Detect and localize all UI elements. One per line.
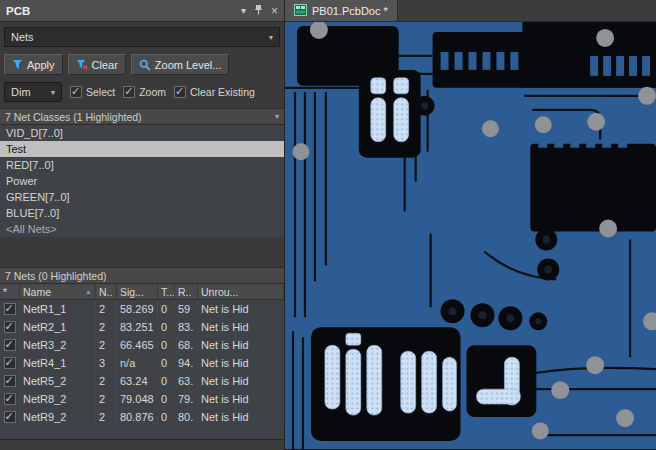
check-icon: ✓ bbox=[5, 392, 14, 404]
net-class-item[interactable]: BLUE[7..0] bbox=[0, 205, 284, 221]
column-header-name[interactable]: Name ▲ bbox=[20, 284, 96, 299]
table-row[interactable]: ✓ NetR8_2 2 79.048 0 79. Net is Hid bbox=[0, 390, 284, 408]
net-checkbox[interactable]: ✓ bbox=[4, 411, 16, 423]
net-nodes: 2 bbox=[96, 300, 117, 318]
column-header-routed[interactable]: R.. bbox=[175, 284, 198, 299]
table-row[interactable]: ✓ NetR5_2 2 63.24 0 63. Net is Hid bbox=[0, 372, 284, 390]
table-row[interactable]: ✓ NetR2_1 2 83.251 0 83. Net is Hid bbox=[0, 318, 284, 336]
chevron-down-icon: ▾ bbox=[45, 88, 55, 97]
net-routed: 59 bbox=[175, 300, 198, 318]
select-checkbox-label: Select bbox=[86, 86, 115, 98]
table-fill bbox=[0, 426, 284, 440]
clear-existing-checkbox-group[interactable]: ✓ Clear Existing bbox=[174, 86, 255, 98]
net-signal: n/a bbox=[117, 354, 158, 372]
net-routed: 63. bbox=[175, 372, 198, 390]
apply-button[interactable]: Apply bbox=[4, 54, 63, 75]
net-t: 0 bbox=[158, 390, 175, 408]
net-t: 0 bbox=[158, 354, 175, 372]
net-checkbox[interactable]: ✓ bbox=[4, 321, 16, 333]
net-unrouted: Net is Hid bbox=[198, 408, 284, 426]
table-row[interactable]: ✓ NetR3_2 2 66.465 0 68. Net is Hid bbox=[0, 336, 284, 354]
column-header-check[interactable]: * bbox=[0, 284, 20, 299]
panel-menu-dropdown-icon[interactable]: ▾ bbox=[241, 6, 246, 16]
clear-existing-checkbox[interactable]: ✓ bbox=[174, 86, 186, 98]
net-name: NetR9_2 bbox=[20, 408, 96, 426]
column-header-t[interactable]: T... bbox=[158, 284, 175, 299]
net-nodes: 2 bbox=[96, 372, 117, 390]
net-t: 0 bbox=[158, 372, 175, 390]
pcb-editor-canvas[interactable] bbox=[285, 22, 656, 450]
net-class-item[interactable]: Power bbox=[0, 173, 284, 189]
clear-existing-checkbox-label: Clear Existing bbox=[190, 86, 255, 98]
net-class-item-all-nets[interactable]: <All Nets> bbox=[0, 221, 284, 237]
sort-asc-icon: ▲ bbox=[85, 288, 92, 295]
net-signal: 66.465 bbox=[117, 336, 158, 354]
check-icon: ✓ bbox=[5, 320, 14, 332]
dim-select-value: Dim bbox=[11, 86, 31, 98]
table-row[interactable]: ✓ NetR1_1 2 58.269 0 59 Net is Hid bbox=[0, 300, 284, 318]
net-class-item[interactable]: RED[7..0] bbox=[0, 157, 284, 173]
close-icon[interactable]: × bbox=[271, 6, 278, 16]
net-class-item-selected[interactable]: Test bbox=[0, 141, 284, 157]
net-nodes: 2 bbox=[96, 318, 117, 336]
nets-table-header: * Name ▲ N.. Sig... T... R.. Unrou... bbox=[0, 284, 284, 300]
column-header-signal[interactable]: Sig... bbox=[117, 284, 158, 299]
table-row[interactable]: ✓ NetR4_1 3 n/a 0 94. Net is Hid bbox=[0, 354, 284, 372]
tab-pb01-pcbdoc[interactable]: PB01.PcbDoc * bbox=[285, 0, 398, 21]
net-nodes: 3 bbox=[96, 354, 117, 372]
column-header-unrouted[interactable]: Unrou... bbox=[198, 284, 284, 299]
panel-mode-select[interactable]: Nets ▾ bbox=[4, 27, 280, 47]
panel-titlebar: PCB ▾ × bbox=[0, 0, 284, 22]
net-checkbox[interactable]: ✓ bbox=[4, 393, 16, 405]
net-checkbox[interactable]: ✓ bbox=[4, 357, 16, 369]
net-checkbox[interactable]: ✓ bbox=[4, 339, 16, 351]
clear-button[interactable]: Clear bbox=[68, 54, 126, 75]
zoom-level-button[interactable]: Zoom Level... bbox=[131, 54, 230, 75]
net-routed: 79. bbox=[175, 390, 198, 408]
chevron-down-icon: ▾ bbox=[263, 33, 273, 42]
select-checkbox-group[interactable]: ✓ Select bbox=[70, 86, 115, 98]
panel-bottom-splitter[interactable] bbox=[0, 439, 284, 450]
net-signal: 80.876 bbox=[117, 408, 158, 426]
net-class-item[interactable]: GREEN[7..0] bbox=[0, 189, 284, 205]
column-header-nodes[interactable]: N.. bbox=[96, 284, 117, 299]
apply-button-label: Apply bbox=[27, 59, 55, 71]
net-classes-header-label: 7 Net Classes (1 Highlighted) bbox=[5, 111, 142, 123]
dim-select[interactable]: Dim ▾ bbox=[4, 82, 62, 102]
panel-mode-value: Nets bbox=[11, 31, 34, 43]
panel-toolbar: Apply Clear Zoom Level... bbox=[0, 51, 284, 78]
net-t: 0 bbox=[158, 300, 175, 318]
net-unrouted: Net is Hid bbox=[198, 318, 284, 336]
net-routed: 80. bbox=[175, 408, 198, 426]
select-checkbox[interactable]: ✓ bbox=[70, 86, 82, 98]
net-unrouted: Net is Hid bbox=[198, 300, 284, 318]
zoom-level-button-label: Zoom Level... bbox=[155, 59, 222, 71]
check-icon: ✓ bbox=[175, 85, 184, 97]
dim-row: Dim ▾ ✓ Select ✓ Zoom ✓ Clear Existing bbox=[0, 78, 284, 108]
tab-label: PB01.PcbDoc * bbox=[312, 5, 388, 17]
net-nodes: 2 bbox=[96, 390, 117, 408]
check-icon: ✓ bbox=[5, 410, 14, 422]
filter-clear-icon bbox=[76, 59, 88, 70]
net-name: NetR2_1 bbox=[20, 318, 96, 336]
net-name: NetR3_2 bbox=[20, 336, 96, 354]
net-signal: 58.269 bbox=[117, 300, 158, 318]
nets-header[interactable]: 7 Nets (0 Highlighted) bbox=[0, 267, 284, 284]
table-row[interactable]: ✓ NetR9_2 2 80.876 0 80. Net is Hid bbox=[0, 408, 284, 426]
pin-icon[interactable] bbox=[254, 4, 263, 17]
net-classes-header[interactable]: 7 Net Classes (1 Highlighted) ▾ bbox=[0, 108, 284, 125]
check-icon: ✓ bbox=[71, 85, 80, 97]
zoom-checkbox[interactable]: ✓ bbox=[123, 86, 135, 98]
net-name: NetR5_2 bbox=[20, 372, 96, 390]
panel-spacer bbox=[0, 237, 284, 267]
check-icon: ✓ bbox=[5, 302, 14, 314]
net-class-list: VID_D[7..0] Test RED[7..0] Power GREEN[7… bbox=[0, 125, 284, 237]
zoom-checkbox-label: Zoom bbox=[139, 86, 166, 98]
net-checkbox[interactable]: ✓ bbox=[4, 375, 16, 387]
net-class-item[interactable]: VID_D[7..0] bbox=[0, 125, 284, 141]
magnifier-icon bbox=[139, 59, 151, 71]
document-tabbar: PB01.PcbDoc * bbox=[285, 0, 656, 22]
zoom-checkbox-group[interactable]: ✓ Zoom bbox=[123, 86, 166, 98]
net-checkbox[interactable]: ✓ bbox=[4, 303, 16, 315]
net-signal: 63.24 bbox=[117, 372, 158, 390]
